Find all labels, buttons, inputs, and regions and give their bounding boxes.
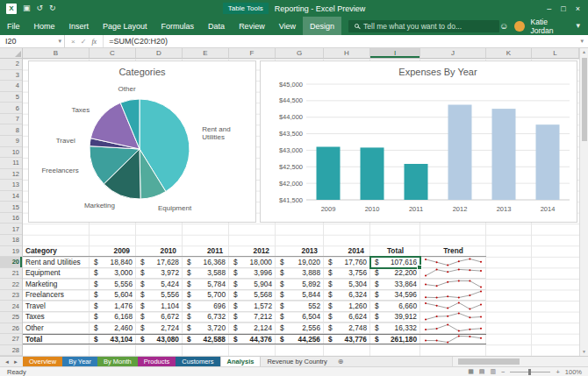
cell-total[interactable]: $6,660: [370, 301, 420, 311]
row-header-16[interactable]: 16: [0, 213, 22, 224]
cell-value[interactable]: $18,000: [229, 257, 276, 267]
feedback-smiley-icon[interactable]: ☺: [499, 21, 508, 31]
column-header-G[interactable]: G: [276, 48, 324, 58]
cancel-icon[interactable]: ×: [71, 38, 75, 46]
select-all-corner[interactable]: [0, 48, 23, 59]
cell-category[interactable]: Rent and Utilities: [23, 257, 90, 267]
cell-value[interactable]: $3,588: [183, 268, 229, 279]
cell-value[interactable]: $5,556: [90, 279, 136, 289]
cell-value[interactable]: $6,672: [136, 312, 183, 323]
grid-area[interactable]: CategoriesRent andUtilitiesEquipmentMark…: [23, 59, 579, 356]
sheet-tab-analysis[interactable]: Analysis: [220, 357, 262, 366]
horizontal-scroll-thumb[interactable]: [458, 358, 520, 365]
column-header-K[interactable]: K: [486, 48, 532, 58]
cell-value[interactable]: $5,556: [136, 290, 183, 301]
normal-view-icon[interactable]: ▦: [468, 368, 474, 375]
row-header-15[interactable]: 15: [0, 202, 22, 213]
close-button[interactable]: ×: [576, 4, 580, 13]
cell-total[interactable]: $33,864: [370, 279, 420, 289]
excel-logo-icon[interactable]: X: [6, 4, 17, 14]
cell-value[interactable]: $552: [276, 301, 324, 311]
cell-category[interactable]: Freelancers: [23, 290, 90, 301]
ribbon-tab-home[interactable]: Home: [27, 17, 62, 35]
table-header-2010[interactable]: 2010: [136, 245, 183, 256]
tellme-box[interactable]: Tell me what you want to do...: [348, 20, 499, 32]
cell-value[interactable]: $5,784: [183, 279, 229, 289]
cell-value[interactable]: $42,588: [183, 335, 229, 344]
row-header-3[interactable]: 3: [0, 70, 22, 82]
ribbon-tab-page-layout[interactable]: Page Layout: [96, 17, 154, 35]
cell-trend-sparkline[interactable]: [420, 335, 486, 344]
cell-trend-sparkline[interactable]: [420, 279, 486, 289]
row-header-9[interactable]: 9: [0, 136, 22, 147]
table-header-total[interactable]: Total: [370, 245, 420, 256]
row-header-17[interactable]: 17: [0, 223, 22, 235]
name-box[interactable]: I20 ▾: [0, 35, 65, 47]
table-header-trend[interactable]: Trend: [420, 245, 486, 256]
cell-value[interactable]: $6,168: [90, 312, 136, 323]
sheet-tab-revenue-by-country[interactable]: Revenue by Country: [261, 357, 333, 366]
cell-category[interactable]: Travel: [23, 301, 90, 311]
table-header-2014[interactable]: 2014: [324, 245, 370, 256]
row-header-27[interactable]: 27: [0, 334, 22, 345]
maximize-button[interactable]: □: [561, 4, 565, 13]
cell-value[interactable]: $3,972: [136, 268, 183, 279]
table-header-2011[interactable]: 2011: [183, 245, 229, 256]
row-header-20[interactable]: 20: [0, 257, 22, 268]
new-sheet-button[interactable]: ⊕: [333, 357, 348, 366]
column-header-J[interactable]: J: [420, 48, 486, 58]
row-header-7[interactable]: 7: [0, 114, 22, 125]
zoom-in-icon[interactable]: +: [556, 368, 559, 376]
cell-value[interactable]: $5,568: [229, 290, 276, 301]
cell-trend-sparkline[interactable]: [420, 257, 486, 267]
sheet-tab-customers[interactable]: Customers: [176, 357, 219, 366]
sheet-tab-by-month[interactable]: By Month: [97, 357, 138, 366]
cell-value[interactable]: $6,732: [183, 312, 229, 323]
row-header-10[interactable]: 10: [0, 147, 22, 159]
scroll-down-icon[interactable]: ▼: [582, 348, 586, 356]
formula-input[interactable]: =SUM(C20:H20): [104, 35, 576, 47]
zoom-slider-thumb[interactable]: [528, 369, 531, 375]
ribbon-tab-formulas[interactable]: Formulas: [154, 17, 202, 35]
cell-value[interactable]: $43,776: [324, 335, 370, 344]
ribbon-tab-review[interactable]: Review: [232, 17, 272, 35]
column-header-I[interactable]: I: [370, 48, 420, 58]
sheet-tab-products[interactable]: Products: [138, 357, 176, 366]
cell-value[interactable]: $5,424: [136, 279, 183, 289]
vertical-scroll-thumb[interactable]: [582, 58, 587, 141]
cell-value[interactable]: $17,628: [136, 257, 183, 267]
cell-value[interactable]: $5,604: [90, 290, 136, 301]
cell-total[interactable]: $16,332: [370, 323, 420, 333]
cell-category[interactable]: Other: [23, 323, 90, 333]
sheet-nav-left-icon[interactable]: ◄: [4, 359, 10, 365]
cell-value[interactable]: $3,756: [324, 268, 370, 279]
cell-trend-sparkline[interactable]: [420, 301, 486, 311]
row-header-8[interactable]: 8: [0, 124, 22, 136]
sheet-nav-right-icon[interactable]: ►: [13, 359, 18, 365]
page-break-view-icon[interactable]: ▥: [490, 368, 496, 375]
cell-value[interactable]: $6,504: [276, 312, 324, 323]
zoom-slider[interactable]: [510, 372, 550, 372]
cell-trend-sparkline[interactable]: [420, 312, 486, 323]
row-header-26[interactable]: 26: [0, 323, 22, 335]
table-header-category[interactable]: Category: [23, 245, 90, 256]
cell-value[interactable]: $2,724: [136, 323, 183, 333]
pie-chart[interactable]: CategoriesRent andUtilitiesEquipmentMark…: [28, 60, 256, 223]
redo-icon[interactable]: ↻: [49, 4, 56, 12]
row-header-25[interactable]: 25: [0, 312, 22, 323]
cell-value[interactable]: $6,324: [324, 290, 370, 301]
cell-value[interactable]: $5,844: [276, 290, 324, 301]
cell-trend-sparkline[interactable]: [420, 323, 486, 333]
ribbon-tab-design[interactable]: Design: [303, 17, 341, 35]
cell-value[interactable]: $3,000: [90, 268, 136, 279]
cell-value[interactable]: $3,888: [276, 268, 324, 279]
scroll-up-icon[interactable]: ▲: [582, 48, 586, 56]
cell-value[interactable]: $5,700: [183, 290, 229, 301]
ribbon-tab-view[interactable]: View: [272, 17, 303, 35]
cell-category[interactable]: Equipment: [23, 268, 90, 279]
cell-value[interactable]: $43,080: [136, 335, 183, 344]
cell-trend-sparkline[interactable]: [420, 290, 486, 301]
row-header-22[interactable]: 22: [0, 279, 22, 290]
cell-value[interactable]: $19,020: [276, 257, 324, 267]
row-header-23[interactable]: 23: [0, 290, 22, 302]
